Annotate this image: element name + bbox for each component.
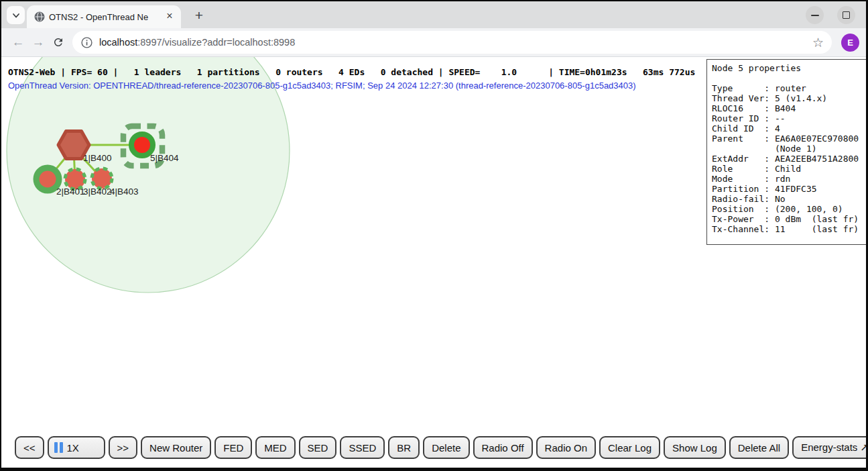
sed-button[interactable]: SED	[299, 436, 337, 459]
new-tab-button[interactable]: +	[190, 7, 208, 24]
node-4[interactable]	[92, 168, 112, 189]
tab-title: OTNS2 - OpenThread Ne	[49, 12, 160, 22]
reload-icon	[52, 36, 64, 48]
new-router-button[interactable]: New Router	[141, 436, 211, 459]
browser-toolbar: ← → localhost:8997/visualize?addr=localh…	[1, 28, 866, 57]
tab-search-button[interactable]	[7, 6, 25, 24]
browser-tab[interactable]: OTNS2 - OpenThread Ne ×	[27, 5, 181, 28]
energy-stats-button[interactable]: Energy-stats ↗	[792, 436, 866, 459]
show-log-button[interactable]: Show Log	[664, 436, 726, 459]
profile-avatar[interactable]: E	[841, 34, 859, 52]
radio-off-button[interactable]: Radio Off	[473, 436, 533, 459]
br-button[interactable]: BR	[388, 436, 420, 459]
url-text: localhost:8997/visualize?addr=localhost:…	[99, 37, 806, 48]
url-bar[interactable]: localhost:8997/visualize?addr=localhost:…	[72, 31, 832, 54]
speed-label: 1X	[67, 442, 79, 454]
otns-canvas: 1|B400 5|B404 2|B401 3|B402 4|B403 OTNS2…	[1, 57, 866, 468]
pause-icon	[54, 442, 63, 453]
clear-log-button[interactable]: Clear Log	[599, 436, 660, 459]
url-path: :8997/visualize?addr=localhost:8998	[137, 37, 295, 48]
simulation-controls: << 1X >> New Router FED MED SED SSED BR …	[15, 436, 866, 459]
node-2-label: 2|B401	[56, 187, 85, 197]
globe-icon	[34, 11, 45, 22]
url-host: localhost	[99, 37, 137, 48]
simulation-status-bar: OTNS2-Web | FPS= 60 | 1 leaders 1 partit…	[8, 67, 695, 77]
chevron-down-icon	[11, 11, 21, 20]
delete-button[interactable]: Delete	[423, 436, 469, 459]
ssed-button[interactable]: SSED	[340, 436, 385, 459]
med-button[interactable]: MED	[255, 436, 295, 459]
window-controls	[806, 6, 855, 24]
info-icon[interactable]	[79, 35, 94, 50]
fed-button[interactable]: FED	[214, 436, 252, 459]
node-properties-text: Node 5 properties Type : router Thread V…	[712, 63, 866, 234]
node-1-label: 1|B400	[83, 153, 112, 163]
node-5-label: 5|B404	[150, 153, 179, 163]
node-properties-panel: Node 5 properties Type : router Thread V…	[706, 59, 866, 245]
speed-down-button[interactable]: <<	[15, 436, 44, 459]
node-2[interactable]	[36, 168, 59, 191]
titlebar: OTNS2 - OpenThread Ne × +	[1, 1, 866, 28]
speed-pause-button[interactable]: 1X	[48, 436, 105, 459]
openthread-version-text: OpenThread Version: OPENTHREAD/thread-re…	[8, 81, 636, 91]
radio-on-button[interactable]: Radio On	[536, 436, 596, 459]
reload-button[interactable]	[48, 32, 68, 52]
speed-up-button[interactable]: >>	[109, 436, 138, 459]
node-3-label: 3|B402	[83, 187, 112, 197]
maximize-icon	[843, 11, 850, 19]
forward-button[interactable]: →	[28, 32, 48, 52]
minimize-button[interactable]	[806, 6, 824, 24]
tab-close-icon[interactable]: ×	[164, 11, 176, 23]
node-4-label: 4|B403	[110, 187, 139, 197]
delete-all-button[interactable]: Delete All	[729, 436, 789, 459]
back-button[interactable]: ←	[8, 32, 28, 52]
maximize-button[interactable]	[837, 6, 855, 24]
minimize-icon	[811, 15, 819, 16]
bookmark-star-icon[interactable]: ☆	[812, 35, 824, 50]
browser-window: OTNS2 - OpenThread Ne × + ← → loca	[0, 0, 868, 471]
